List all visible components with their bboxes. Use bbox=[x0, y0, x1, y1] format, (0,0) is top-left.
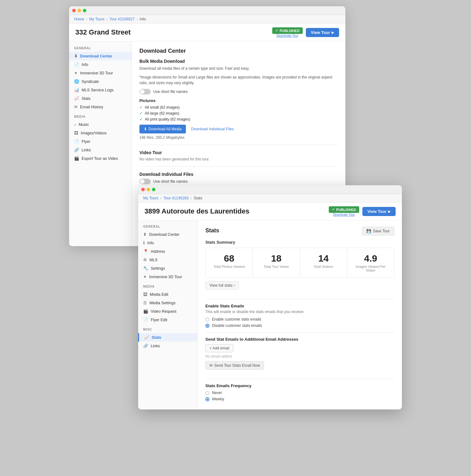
stat-number-views: 18 bbox=[257, 253, 296, 263]
save-tour-button[interactable]: 💾 Save Tour bbox=[362, 227, 394, 235]
page-title-2: 3899 Autoroute des Laurentides bbox=[144, 207, 249, 215]
3d-icon: ✦ bbox=[74, 71, 78, 75]
published-text-2: PUBLISHED bbox=[336, 208, 356, 212]
label-address: Address bbox=[151, 249, 165, 254]
check-row-1: ✓ All small (62 images) bbox=[139, 105, 338, 110]
tour-id-link[interactable]: Tour #2106927 bbox=[109, 17, 134, 21]
bulk-desc1: Download all media files of a certain ty… bbox=[139, 66, 338, 71]
radio-disable-customer[interactable] bbox=[205, 324, 209, 328]
3d-icon-2: ✦ bbox=[143, 274, 147, 279]
my-tours-link-2[interactable]: My Tours bbox=[143, 196, 158, 200]
music-icon: ♪ bbox=[74, 122, 76, 127]
video-request-icon: 🎬 bbox=[143, 309, 148, 314]
sidebar-label-images: Images/Videos bbox=[81, 131, 106, 135]
sidebar-2-settings[interactable]: 🔧 Settings bbox=[138, 264, 198, 273]
chevron-icon: › bbox=[234, 283, 235, 288]
label-media-settings: Media Settings bbox=[149, 301, 176, 305]
home-link[interactable]: Home bbox=[74, 17, 84, 21]
sidebar-item-stats[interactable]: 📈 Stats bbox=[69, 94, 132, 103]
check-icon-large: ✓ bbox=[139, 111, 143, 116]
envelope-icon: ✉ bbox=[209, 363, 213, 368]
radio-label-enable: Enable customer stats emails bbox=[212, 317, 261, 322]
stat-label-ipv: Images Viewed Per Visitor bbox=[351, 265, 390, 272]
minimize-dot[interactable] bbox=[78, 9, 81, 12]
flyer-icon: 📄 bbox=[74, 139, 79, 144]
maximize-dot[interactable] bbox=[83, 9, 86, 12]
window-2: My Tours › Tour #1145283 › Stats 3899 Au… bbox=[138, 185, 402, 409]
enable-stats-desc: This will enable or disable the stats em… bbox=[205, 310, 394, 314]
save-icon: 💾 bbox=[366, 229, 371, 233]
stats-divider-1 bbox=[205, 299, 394, 299]
arrow-icon-1: ▶ bbox=[332, 31, 334, 34]
download-icon: ⬇ bbox=[74, 54, 78, 58]
title-bar-2 bbox=[138, 185, 402, 194]
sidebar-1: GENERAL ⬇ Download Center 📄 Info ✦ Immer… bbox=[69, 41, 132, 246]
sidebar-2-media-settings[interactable]: ☰ Media Settings bbox=[138, 299, 198, 307]
label-media-edit: Media Edit bbox=[150, 292, 168, 297]
sidebar-item-flyer[interactable]: 📄 Flyer bbox=[69, 137, 132, 146]
add-email-button[interactable]: + Add email bbox=[205, 344, 233, 352]
sidebar-item-music[interactable]: ♪ Music bbox=[69, 120, 132, 129]
sidebar-2-video-request[interactable]: 🎬 Video Request bbox=[138, 307, 198, 316]
sidebar-item-mls-logs[interactable]: 📊 MLS Service Logs bbox=[69, 86, 132, 94]
sidebar-2-media-edit[interactable]: 🖼 Media Edit bbox=[138, 290, 198, 299]
sidebar-2-flyer-edit[interactable]: 📄 Flyer Edit bbox=[138, 316, 198, 324]
sidebar-2-address[interactable]: 📍 Address bbox=[138, 247, 198, 256]
address-icon: 📍 bbox=[143, 249, 148, 254]
download-individual-link[interactable]: Download Individual Files bbox=[188, 125, 236, 133]
sidebar-label-info: Info bbox=[82, 62, 88, 67]
my-tours-link[interactable]: My Tours bbox=[89, 17, 104, 21]
download-all-button[interactable]: ⬇ Download All Media bbox=[139, 125, 186, 133]
di-short-names-toggle[interactable] bbox=[139, 179, 151, 184]
deactivate-link-1[interactable]: Deactivate Tour bbox=[277, 34, 298, 37]
sidebar-item-images-videos[interactable]: 🖼 Images/Videos bbox=[69, 129, 132, 137]
sidebar-item-links[interactable]: 🔗 Links bbox=[69, 146, 132, 154]
general-label-2: GENERAL bbox=[138, 225, 198, 230]
sidebar-2: GENERAL ⬇ Download Center ℹ Info 📍 Addre… bbox=[138, 220, 198, 409]
send-now-button[interactable]: ✉ Send Tour Stats Email Now bbox=[205, 361, 264, 370]
check-row-2: ✓ All large (62 images) bbox=[139, 111, 338, 116]
sidebar-label-flyer: Flyer bbox=[82, 139, 90, 144]
short-file-names-toggle[interactable] bbox=[139, 89, 151, 95]
tour-id-link-2[interactable]: Tour #1145283 bbox=[163, 196, 188, 200]
sidebar-2-download[interactable]: ⬇ Download Center bbox=[138, 230, 198, 239]
sidebar-2-mls[interactable]: ⚙ MLS bbox=[138, 256, 198, 264]
sidebar-item-3d-tour[interactable]: ✦ Immersive 3D Tour bbox=[69, 69, 132, 77]
sep2: › bbox=[106, 17, 107, 21]
view-tour-button-2[interactable]: View Tour ▶ bbox=[362, 207, 396, 216]
radio-enable-customer[interactable] bbox=[205, 317, 209, 322]
close-dot-2[interactable] bbox=[141, 188, 145, 191]
sidebar-item-email-history[interactable]: ✉ Email History bbox=[69, 103, 132, 111]
send-stat-title: Send Stat Emails to Additional Email Add… bbox=[205, 337, 394, 342]
radio-label-disable: Disable customer stats emails bbox=[212, 323, 262, 328]
view-full-stats-button[interactable]: View full stats › bbox=[205, 281, 239, 289]
stat-card-photos: 68 Total Photos Viewed bbox=[206, 248, 253, 277]
sidebar-item-info[interactable]: 📄 Info bbox=[69, 60, 132, 69]
images-icon: 🖼 bbox=[74, 131, 78, 135]
media-label-2: MEDIA bbox=[138, 285, 198, 290]
radio-never[interactable] bbox=[205, 391, 209, 395]
label-settings: Settings bbox=[151, 266, 165, 271]
divider-1 bbox=[139, 145, 338, 145]
view-tour-button-1[interactable]: View Tour ▶ bbox=[306, 28, 339, 37]
radio-weekly[interactable] bbox=[205, 397, 209, 401]
sidebar-2-info[interactable]: ℹ Info bbox=[138, 239, 198, 247]
bulk-title: Bulk Media Download bbox=[139, 59, 338, 64]
sidebar-label-mls: MLS Service Logs bbox=[82, 88, 113, 92]
email-icon: ✉ bbox=[74, 105, 78, 109]
sidebar-2-stats[interactable]: 📈 Stats bbox=[138, 333, 198, 342]
stat-card-images-per-visitor: 4.9 Images Viewed Per Visitor bbox=[347, 248, 394, 277]
maximize-dot-2[interactable] bbox=[152, 188, 155, 191]
sidebar-item-download-center[interactable]: ⬇ Download Center bbox=[69, 52, 132, 60]
sidebar-item-syndicate[interactable]: 🌐 Syndicate bbox=[69, 77, 132, 86]
sidebar-2-links[interactable]: 🔗 Links bbox=[138, 342, 198, 350]
close-dot[interactable] bbox=[72, 9, 76, 12]
deactivate-link-2[interactable]: Deactivate Tour bbox=[333, 213, 355, 216]
sep1: › bbox=[86, 17, 87, 21]
check-label-1: All small (62 images) bbox=[145, 105, 180, 110]
sidebar-item-export-video[interactable]: 🎬 Export Tour as Video bbox=[69, 154, 132, 163]
check-row-3: ✓ All print quality (62 images) bbox=[139, 117, 338, 122]
minimize-dot-2[interactable] bbox=[147, 188, 150, 191]
sidebar-2-3d[interactable]: ✦ Immersive 3D Tour bbox=[138, 273, 198, 281]
file-count: 186 files, 285.2 Megabytes bbox=[139, 135, 338, 140]
